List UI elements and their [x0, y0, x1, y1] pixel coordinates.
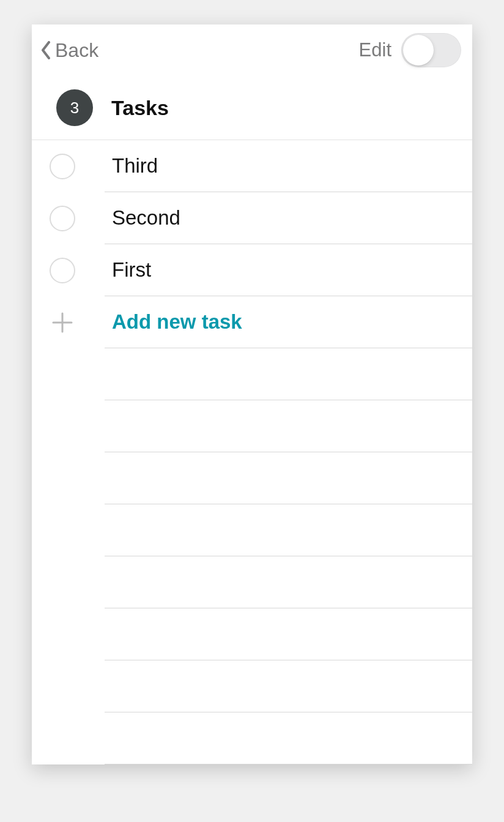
task-body: Second — [105, 192, 472, 244]
task-checkbox-gutter — [32, 154, 105, 179]
task-label: Third — [112, 154, 158, 177]
header-bar: Back Edit — [32, 24, 472, 81]
task-body: First — [105, 244, 472, 296]
title-row: 3 Tasks — [32, 81, 472, 140]
empty-line — [105, 556, 472, 608]
edit-toggle[interactable] — [401, 33, 461, 67]
empty-line — [105, 400, 472, 452]
empty-ruled-area — [32, 348, 472, 764]
task-label: First — [112, 258, 151, 282]
plus-icon — [52, 312, 73, 333]
chevron-left-icon — [40, 41, 51, 59]
edit-group: Edit — [359, 33, 461, 67]
app-frame: Back Edit 3 Tasks Third Second — [32, 24, 472, 764]
task-row[interactable]: First — [32, 244, 472, 296]
empty-line — [105, 660, 472, 712]
empty-line — [105, 348, 472, 400]
edit-label: Edit — [359, 39, 391, 61]
add-task-gutter — [32, 312, 105, 333]
unchecked-circle-icon[interactable] — [50, 258, 75, 283]
task-checkbox-gutter — [32, 206, 105, 231]
task-body: Third — [105, 140, 472, 192]
toggle-knob — [403, 35, 434, 65]
task-count-badge: 3 — [56, 89, 93, 126]
back-button[interactable]: Back — [40, 39, 98, 62]
page-title: Tasks — [111, 96, 169, 120]
task-row[interactable]: Third — [32, 140, 472, 192]
task-checkbox-gutter — [32, 258, 105, 283]
unchecked-circle-icon[interactable] — [50, 206, 75, 231]
back-label: Back — [55, 39, 98, 62]
empty-line — [105, 452, 472, 504]
add-task-body: Add new task — [105, 296, 472, 348]
add-task-label: Add new task — [112, 310, 242, 334]
task-label: Second — [112, 206, 180, 230]
task-row[interactable]: Second — [32, 192, 472, 244]
add-task-row[interactable]: Add new task — [32, 296, 472, 348]
unchecked-circle-icon[interactable] — [50, 154, 75, 179]
empty-line — [105, 504, 472, 556]
empty-line — [105, 608, 472, 660]
empty-line — [105, 712, 472, 764]
